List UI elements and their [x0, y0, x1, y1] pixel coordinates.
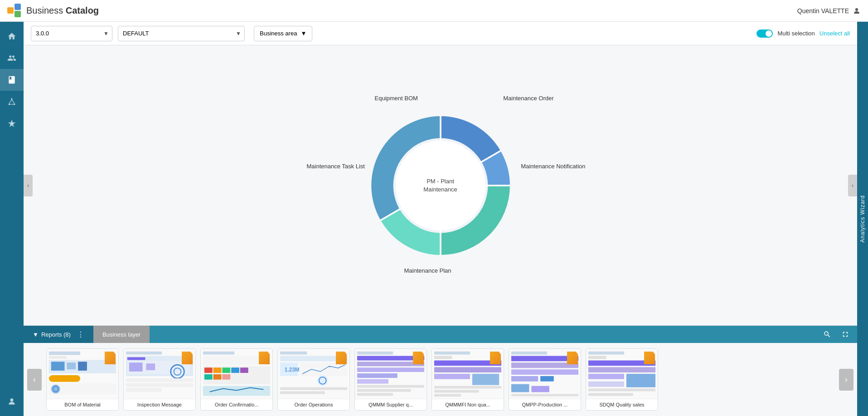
right-sidebar[interactable]: Analytics Wizard: [857, 22, 868, 416]
business-area-button[interactable]: Business area ▼: [254, 26, 312, 41]
tab-reports-menu-icon: ⋮: [77, 330, 84, 339]
svg-rect-44: [222, 367, 230, 373]
main-content: 3.0.0 ▼ DEFAULT ▼ Business area ▼ Multi …: [24, 22, 857, 416]
label-maintenance-notification[interactable]: Maintenance Notification: [521, 163, 585, 170]
svg-rect-85: [531, 386, 549, 392]
label-equipment-bom[interactable]: Equipment BOM: [375, 95, 418, 102]
report-card-1-thumbnail: [47, 349, 118, 399]
multi-selection-toggle[interactable]: [756, 29, 773, 38]
svg-rect-95: [588, 393, 633, 396]
tab-reports[interactable]: ▼ Reports (8) ⋮: [24, 326, 93, 343]
report-card-order-confirmation[interactable]: Order Confirmatio...: [200, 348, 273, 411]
report-card-order-operations[interactable]: 1.23M Order Operations: [277, 348, 350, 411]
label-maintenance-task-list[interactable]: Maintenance Task List: [307, 163, 365, 170]
svg-rect-91: [588, 374, 624, 379]
chart-wrapper: Equipment BOM Maintenance Order Maintena…: [282, 72, 599, 299]
label-maintenance-plan[interactable]: Maintenance Plan: [404, 267, 451, 274]
svg-rect-43: [213, 367, 222, 373]
users-icon: [7, 54, 16, 63]
expand-button[interactable]: [837, 326, 853, 343]
report-card-7-label: QMPP-Production ...: [509, 399, 581, 410]
svg-line-8: [12, 100, 15, 103]
report-card-qmmm-supplier[interactable]: QMMM Supplier q...: [354, 348, 427, 411]
donut-chart[interactable]: PM - Plant Maintenance: [359, 104, 522, 267]
svg-rect-87: [588, 352, 624, 355]
bottom-panel: ▼ Reports (8) ⋮ Business layer: [24, 325, 857, 416]
unselect-all-button[interactable]: Unselect all: [820, 30, 850, 37]
search-button[interactable]: [819, 326, 835, 343]
svg-rect-48: [213, 374, 222, 380]
version-selector[interactable]: 3.0.0 ▼: [31, 26, 112, 41]
svg-rect-82: [511, 376, 538, 382]
svg-rect-74: [472, 374, 499, 385]
report-8-bookmark-icon: [644, 352, 655, 364]
top-header: Business Catalog Quentin VALETTE: [0, 0, 868, 22]
chart-area: › Equipment BOM Maintenance Order Mainte…: [24, 45, 857, 325]
sidebar-item-catalog[interactable]: [0, 69, 24, 91]
report-card-8-label: SDQM Quality sales: [586, 399, 658, 410]
user-icon: [853, 7, 861, 15]
svg-rect-77: [434, 394, 461, 396]
report-card-2-label: Inspection Message: [124, 399, 195, 410]
report-card-2-thumbnail: [124, 349, 195, 399]
svg-point-10: [10, 398, 14, 401]
prev-button[interactable]: ‹: [27, 369, 42, 391]
next-button[interactable]: ›: [839, 369, 853, 391]
tab-business-layer-label: Business layer: [102, 331, 141, 338]
svg-line-7: [9, 100, 12, 103]
label-maintenance-order[interactable]: Maintenance Order: [503, 95, 553, 102]
book-icon: [7, 75, 16, 84]
report-card-inspection-message[interactable]: Inspection Message: [123, 348, 196, 411]
report-card-qmmmfi[interactable]: QMMMFI Non qua...: [432, 348, 504, 411]
report-2-bookmark-icon: [182, 352, 193, 364]
svg-rect-59: [280, 392, 325, 394]
svg-rect-84: [511, 384, 529, 392]
report-card-1-label: BOM of Material: [47, 399, 118, 410]
report-card-4-label: Order Operations: [278, 399, 349, 410]
sidebar-item-home[interactable]: [0, 25, 24, 47]
report-card-bom-of-material[interactable]: BOM of Material: [46, 348, 119, 411]
version-select[interactable]: 3.0.0: [31, 26, 112, 41]
svg-rect-64: [357, 373, 398, 378]
left-sidebar: [0, 22, 24, 416]
svg-rect-47: [204, 374, 213, 380]
sidebar-item-settings[interactable]: [0, 391, 24, 412]
svg-rect-66: [357, 385, 424, 388]
report-card-qmpp[interactable]: QMPP-Production ...: [509, 348, 581, 411]
default-selector[interactable]: DEFAULT ▼: [118, 26, 245, 41]
expand-right-button[interactable]: ‹: [848, 175, 857, 196]
report-3-bookmark-icon: [259, 352, 270, 364]
sidebar-item-users[interactable]: [0, 47, 24, 69]
svg-rect-92: [626, 374, 655, 387]
report-1-bookmark-icon: [105, 352, 116, 364]
username: Quentin VALETTE: [797, 7, 849, 15]
svg-rect-73: [434, 374, 470, 379]
svg-rect-18: [49, 352, 80, 355]
svg-rect-75: [434, 386, 501, 389]
report-card-4-thumbnail: 1.23M: [278, 349, 349, 399]
tab-business-layer[interactable]: Business layer: [93, 326, 150, 343]
svg-rect-28: [126, 352, 162, 355]
multi-selection-label: Multi selection: [777, 30, 815, 37]
person-icon: [7, 397, 16, 406]
svg-rect-93: [588, 382, 624, 387]
svg-rect-60: [357, 352, 393, 355]
report-6-bookmark-icon: [490, 352, 501, 364]
analytics-wizard-label: Analytics Wizard: [859, 195, 866, 243]
sidebar-item-network[interactable]: [0, 91, 24, 113]
bottom-tabs: ▼ Reports (8) ⋮ Business layer: [24, 326, 857, 343]
report-card-sdqm[interactable]: SDQM Quality sales: [586, 348, 658, 411]
multi-selection-area: Multi selection Unselect all: [756, 29, 850, 38]
svg-rect-70: [434, 356, 452, 359]
report-card-3-label: Order Confirmatio...: [201, 399, 272, 410]
sidebar-item-analytics[interactable]: [0, 113, 24, 134]
search-icon: [823, 330, 831, 338]
default-select[interactable]: DEFAULT: [118, 26, 245, 41]
app-title: Business Catalog: [26, 5, 99, 16]
svg-rect-22: [67, 362, 76, 369]
svg-rect-30: [127, 357, 145, 360]
expand-left-button[interactable]: ›: [24, 175, 33, 196]
svg-rect-67: [357, 389, 411, 392]
report-card-5-thumbnail: [355, 349, 427, 399]
app-logo: [7, 4, 22, 18]
